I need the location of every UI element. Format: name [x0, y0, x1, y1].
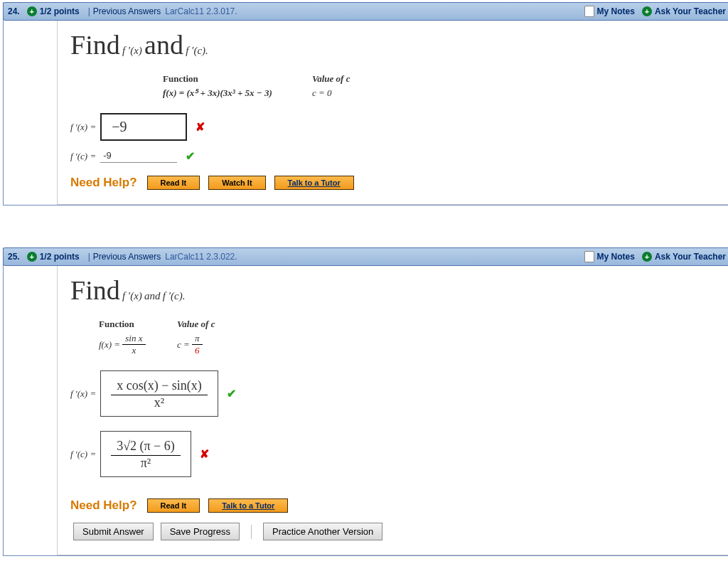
fprimex-label: f ′(x) = [70, 122, 96, 133]
expand-icon[interactable]: + [27, 252, 37, 262]
function-row: f(x) = sin x x c = π 6 [99, 333, 717, 356]
pi-over-six: π 6 [192, 333, 203, 356]
c-lhs: c = [177, 339, 190, 351]
prompt-line: Find f ′(x) and f ′(c). [70, 274, 717, 306]
my-notes-link[interactable]: My Notes [597, 252, 635, 262]
fprimec-label: f ′(c) = [70, 151, 96, 162]
sinx-over-x: sin x x [122, 333, 145, 356]
talk-tutor-button[interactable]: Talk to a Tutor [274, 176, 354, 190]
function-header: Function [99, 319, 177, 330]
wrong-icon: ✘ [196, 120, 205, 134]
fprimec-fraction: 3√2 (π − 6) π² [111, 437, 181, 471]
value-c-header: Value of c [312, 73, 350, 85]
fprime-c: f ′(c). [163, 290, 186, 301]
divider [251, 525, 252, 539]
read-it-button[interactable]: Read It [147, 498, 200, 513]
need-help-label: Need Help? [70, 176, 137, 190]
notes-icon [584, 6, 594, 17]
separator: | [88, 252, 90, 262]
table-header: Function Value of c [99, 319, 717, 330]
question-header: 25. + 1/2 points | Previous Answers LarC… [3, 247, 728, 266]
question-24: 24. + 1/2 points | Previous Answers LarC… [3, 2, 728, 206]
need-help-row: Need Help? Read It Talk to a Tutor [70, 498, 717, 513]
talk-tutor-button[interactable]: Talk to a Tutor [208, 498, 288, 513]
fprimec-answer-box[interactable]: 3√2 (π − 6) π² [100, 431, 191, 477]
my-notes-link[interactable]: My Notes [597, 6, 635, 16]
reference-label: LarCalc11 2.3.022. [165, 252, 237, 262]
question-body: Find f ′(x) and f ′(c). Function Value o… [57, 21, 728, 205]
need-help-row: Need Help? Read It Watch It Talk to a Tu… [70, 176, 717, 190]
save-progress-button[interactable]: Save Progress [161, 523, 240, 540]
separator: | [88, 6, 90, 16]
value-c-header: Value of c [177, 319, 215, 330]
find-word: Find [70, 30, 120, 60]
fprime-x: f ′(x) [122, 290, 142, 301]
practice-another-button[interactable]: Practice Another Version [263, 523, 382, 540]
fprimex-fraction: x cos(x) − sin(x) x² [111, 377, 208, 410]
question-number: 24. [8, 6, 20, 16]
table-header: Function Value of c [163, 73, 717, 85]
reference-label: LarCalc11 2.3.017. [165, 6, 237, 16]
fprimex-answer-box[interactable]: −9 [100, 113, 187, 141]
ask-icon[interactable]: + [642, 6, 652, 16]
fprime-x: f ′(x) [122, 45, 142, 56]
notes-icon [584, 251, 594, 262]
fprimec-label: f ′(c) = [70, 449, 96, 460]
wrong-icon: ✘ [200, 447, 209, 461]
ask-teacher-link[interactable]: Ask Your Teacher [655, 252, 726, 262]
question-header: 24. + 1/2 points | Previous Answers LarC… [3, 2, 728, 21]
answer-row-fc: f ′(c) = -9 ✔ [70, 149, 717, 163]
need-help-label: Need Help? [70, 498, 137, 513]
watch-it-button[interactable]: Watch It [208, 176, 265, 190]
and-word: and [144, 290, 161, 301]
bottom-button-row: Submit Answer Save Progress Practice Ano… [70, 523, 717, 540]
and-word: and [144, 30, 183, 60]
question-25: 25. + 1/2 points | Previous Answers LarC… [3, 247, 728, 556]
c-value: c = 0 [312, 87, 332, 99]
answer-row-fx: f ′(x) = x cos(x) − sin(x) x² ✔ [70, 370, 717, 417]
answer-row-fc: f ′(c) = 3√2 (π − 6) π² ✘ [70, 431, 717, 477]
ask-icon[interactable]: + [642, 252, 652, 262]
question-number: 25. [8, 252, 20, 262]
function-header: Function [163, 73, 312, 85]
prompt-line: Find f ′(x) and f ′(c). [70, 29, 717, 60]
function-expression: f(x) = (x⁵ + 3x)(3x³ + 5x − 3) [163, 87, 312, 99]
expand-icon[interactable]: + [27, 6, 37, 16]
ask-teacher-link[interactable]: Ask Your Teacher [655, 6, 726, 16]
fprime-c: f ′(c). [186, 45, 208, 56]
correct-icon: ✔ [227, 387, 236, 400]
submit-answer-button[interactable]: Submit Answer [73, 523, 154, 540]
fprimex-label: f ′(x) = [70, 388, 96, 400]
previous-answers-link[interactable]: Previous Answers [93, 252, 161, 262]
points-label: 1/2 points [40, 6, 80, 16]
read-it-button[interactable]: Read It [147, 176, 200, 190]
find-word: Find [70, 275, 120, 305]
fprimec-answer-field[interactable]: -9 [100, 150, 177, 163]
answer-row-fx: f ′(x) = −9 ✘ [70, 113, 717, 141]
question-body: Find f ′(x) and f ′(c). Function Value o… [57, 266, 728, 555]
function-row: f(x) = (x⁵ + 3x)(3x³ + 5x − 3) c = 0 [163, 87, 717, 99]
correct-icon: ✔ [186, 149, 195, 163]
previous-answers-link[interactable]: Previous Answers [93, 6, 161, 16]
fprimex-answer-box[interactable]: x cos(x) − sin(x) x² [100, 370, 218, 417]
fx-lhs: f(x) = [99, 339, 120, 351]
points-label: 1/2 points [40, 252, 80, 262]
